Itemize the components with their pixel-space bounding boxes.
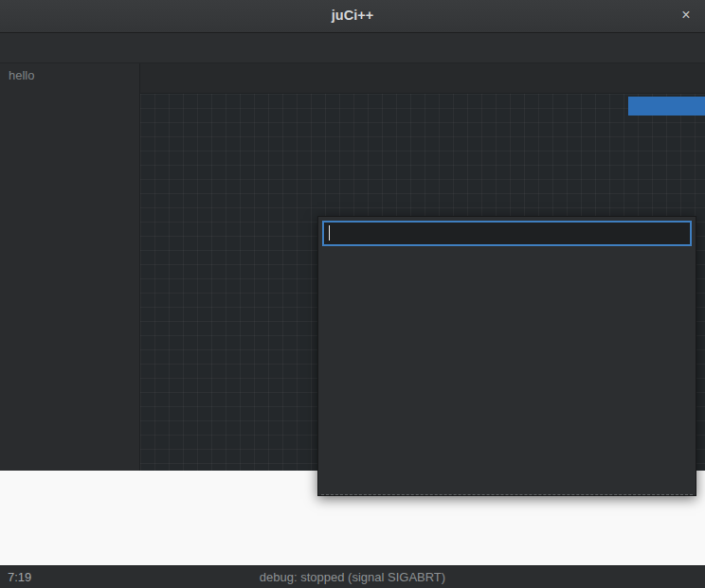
tab-bar [140,63,705,94]
window-title: juCi++ [0,8,705,23]
status-bar: 7:19 debug: stopped (signal SIGABRT) [0,565,705,588]
file-tree-panel: hello [0,63,140,471]
cursor-position: 7:19 [8,570,31,584]
close-window-button[interactable]: × [677,7,696,24]
project-name: hello [0,63,139,87]
menubar [0,33,705,63]
titlebar[interactable]: juCi++ × [0,0,705,33]
backtrace-filter-input[interactable] [322,221,692,246]
debug-status-message: debug: stopped (signal SIGABRT) [0,570,705,584]
scrollbar-thumb[interactable] [628,97,705,116]
text-caret [329,225,330,241]
backtrace-popup [317,216,696,496]
jucipp-window: juCi++ × hello 7:19 debug: stopped (sign… [0,0,705,588]
